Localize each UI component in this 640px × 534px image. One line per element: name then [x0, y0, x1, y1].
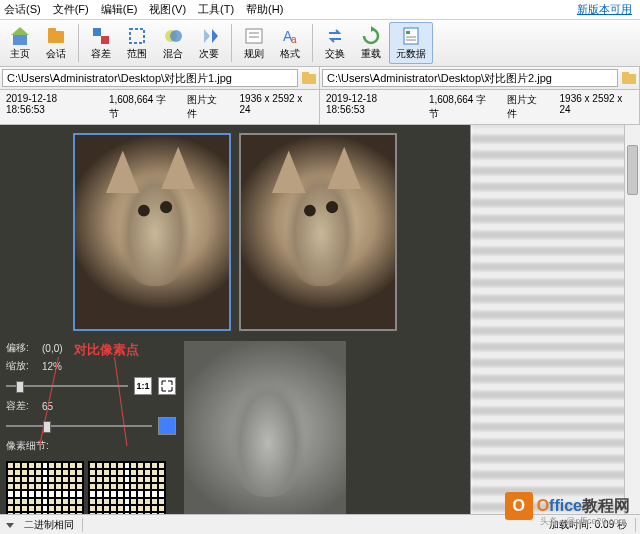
offset-label: 偏移: — [6, 341, 36, 355]
right-date: 2019-12-18 18:56:53 — [326, 93, 415, 121]
zoom-fit-button[interactable] — [158, 377, 176, 395]
update-available-link[interactable]: 新版本可用 — [577, 2, 632, 17]
controls-panel: 对比像素点 偏移:(0,0) 缩放:12% 1:1 容差:65 像素细节: — [6, 341, 176, 534]
metadata-panel — [470, 125, 640, 534]
next-icon — [198, 25, 220, 47]
zoom-slider[interactable] — [6, 379, 128, 393]
sessions-button[interactable]: 会话 — [38, 22, 74, 64]
svg-rect-0 — [13, 35, 27, 45]
left-date: 2019-12-18 18:56:53 — [6, 93, 95, 121]
left-dim: 1936 x 2592 x 24 — [240, 93, 313, 121]
menu-help[interactable]: 帮助(H) — [246, 2, 283, 17]
svg-rect-21 — [302, 74, 316, 84]
pixel-detail-label: 像素细节: — [6, 439, 49, 453]
menu-file[interactable]: 文件(F) — [53, 2, 89, 17]
left-path-input[interactable] — [2, 69, 298, 87]
svg-rect-23 — [622, 74, 636, 84]
right-dim: 1936 x 2592 x 24 — [560, 93, 633, 121]
scrollbar[interactable] — [624, 125, 640, 534]
left-size: 1,608,664 字节 — [109, 93, 173, 121]
zoom-value: 12% — [42, 361, 62, 372]
blend-icon — [162, 25, 184, 47]
next-button[interactable]: 次要 — [191, 22, 227, 64]
annotation-label: 对比像素点 — [74, 341, 139, 359]
metadata-icon — [400, 25, 422, 47]
left-image-view[interactable] — [73, 133, 231, 331]
svg-rect-3 — [48, 28, 56, 32]
toolbar: 主页 会话 容差 范围 混合 次要 规则 Aa格式 交换 重载 元数据 — [0, 20, 640, 67]
svg-marker-9 — [212, 29, 218, 43]
range-button[interactable]: 范围 — [119, 22, 155, 64]
svg-rect-4 — [93, 28, 101, 36]
menu-tools[interactable]: 工具(T) — [198, 2, 234, 17]
svg-rect-18 — [406, 31, 410, 34]
svg-rect-24 — [622, 72, 629, 75]
watermark: O Office教程网 — [505, 492, 630, 520]
svg-marker-10 — [204, 29, 210, 43]
range-icon — [126, 25, 148, 47]
swap-button[interactable]: 交换 — [317, 22, 353, 64]
menu-bar: 会话(S) 文件(F) 编辑(E) 视图(V) 工具(T) 帮助(H) 新版本可… — [0, 0, 640, 20]
home-icon — [9, 25, 31, 47]
metadata-button[interactable]: 元数据 — [389, 22, 433, 64]
home-button[interactable]: 主页 — [2, 22, 38, 64]
right-size: 1,608,664 字节 — [429, 93, 493, 121]
svg-point-8 — [170, 30, 182, 42]
tolerance-button[interactable]: 容差 — [83, 22, 119, 64]
tolerance-icon — [90, 25, 112, 47]
main-area: 对比像素点 偏移:(0,0) 缩放:12% 1:1 容差:65 像素细节: — [0, 125, 640, 534]
status-mode: 二进制相同 — [16, 518, 83, 532]
difference-image-view[interactable] — [184, 341, 346, 534]
svg-marker-25 — [6, 523, 14, 528]
blend-button[interactable]: 混合 — [155, 22, 191, 64]
status-dropdown-icon[interactable] — [4, 519, 16, 531]
format-button[interactable]: Aa格式 — [272, 22, 308, 64]
menu-view[interactable]: 视图(V) — [149, 2, 186, 17]
info-bar: 2019-12-18 18:56:53 1,608,664 字节 图片文件 19… — [0, 90, 640, 125]
svg-rect-2 — [48, 31, 64, 43]
zoom-actual-button[interactable]: 1:1 — [134, 377, 152, 395]
svg-rect-22 — [302, 72, 309, 75]
svg-rect-17 — [404, 28, 418, 44]
rules-button[interactable]: 规则 — [236, 22, 272, 64]
folder-open-icon[interactable] — [301, 71, 317, 85]
left-type: 图片文件 — [187, 93, 225, 121]
sessions-icon — [45, 25, 67, 47]
offset-value: (0,0) — [42, 343, 63, 354]
right-image-view[interactable] — [239, 133, 397, 331]
reload-button[interactable]: 重载 — [353, 22, 389, 64]
swap-icon — [324, 25, 346, 47]
folder-open-icon[interactable] — [621, 71, 637, 85]
svg-marker-1 — [11, 27, 29, 35]
tolerance-slider[interactable] — [6, 419, 152, 433]
svg-rect-5 — [101, 36, 109, 44]
path-bar — [0, 67, 640, 90]
right-type: 图片文件 — [507, 93, 545, 121]
reload-icon — [360, 25, 382, 47]
tolerance-color-swatch[interactable] — [158, 417, 176, 435]
svg-text:a: a — [291, 34, 297, 45]
menu-edit[interactable]: 编辑(E) — [101, 2, 138, 17]
tolerance-label: 容差: — [6, 399, 36, 413]
right-path-input[interactable] — [322, 69, 618, 87]
svg-rect-6 — [130, 29, 144, 43]
menu-session[interactable]: 会话(S) — [4, 2, 41, 17]
fullscreen-icon — [161, 380, 173, 392]
zoom-label: 缩放: — [6, 359, 36, 373]
format-icon: Aa — [279, 25, 301, 47]
rules-icon — [243, 25, 265, 47]
svg-rect-11 — [246, 29, 262, 43]
watermark-logo-icon: O — [505, 492, 533, 520]
